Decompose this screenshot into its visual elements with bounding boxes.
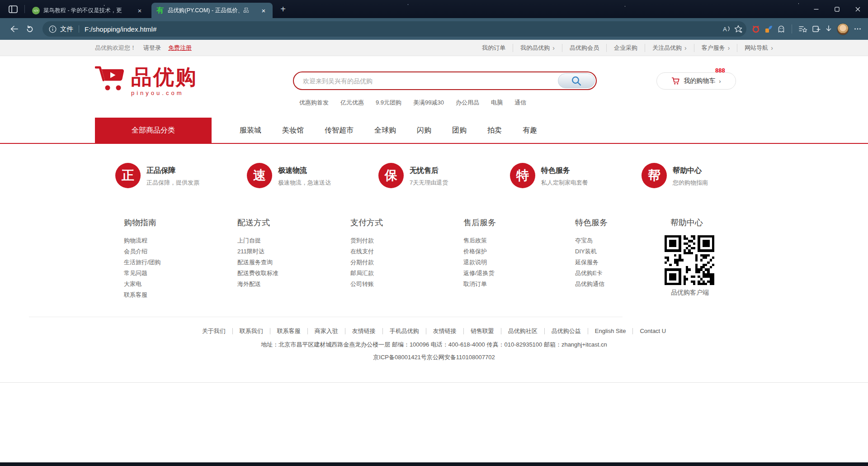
footer-link[interactable]: 联系客服 [124,290,237,300]
footer-link[interactable]: 延保服务 [575,257,665,268]
footer-bottom-link[interactable]: 手机品优购 [383,328,426,334]
footer-link[interactable]: 售后政策 [463,235,575,246]
footer-bottom-link[interactable]: 品优购社区 [501,328,545,334]
footer-bottom-link[interactable]: 友情链接 [426,328,464,334]
tab-close-icon[interactable]: × [135,6,144,15]
tab-pinyougou-active[interactable]: 有 品优购(PY.COM) - 正品低价、品 × [151,3,273,18]
footer-link[interactable]: 211限时达 [237,246,350,257]
hot-link[interactable]: 亿元优惠 [340,99,364,107]
footer-link[interactable]: 取消订单 [463,279,575,290]
search-input[interactable] [302,77,558,85]
extension-translate-icon[interactable] [764,25,773,33]
footer-link[interactable]: 在线支付 [350,246,463,257]
collections-icon[interactable] [812,25,821,33]
welcome-text: 品优购欢迎您！ [95,44,136,52]
search-button[interactable] [558,73,595,88]
nav-item-fun[interactable]: 有趣 [523,126,537,135]
close-window-button[interactable] [847,0,868,18]
topnav-customer-service[interactable]: 客户服务 [694,44,738,52]
footer-link[interactable]: 货到付款 [350,235,463,246]
all-categories-button[interactable]: 全部商品分类 [95,118,212,143]
footer-link[interactable]: 会员介绍 [124,246,237,257]
site-utility-bar: 品优购欢迎您！ 请登录 免费注册 我的订单 我的品优购 品优购会员 企业采购 关… [0,40,868,56]
maximize-button[interactable] [826,0,847,18]
footer-link[interactable]: 公司转账 [350,279,463,290]
tab-runoob[interactable]: </> 菜鸟教程 - 学的不仅是技术，更 × [28,3,149,18]
topnav-member[interactable]: 品优购会员 [562,44,607,52]
footer-link[interactable]: 品优购通信 [575,279,665,290]
service-item: 保 无忧售后 7天无理由退货 [378,163,510,188]
favorites-bar-icon[interactable] [798,25,807,33]
chevron-down-icon [682,44,687,52]
nav-item-global[interactable]: 全球购 [374,126,396,135]
page-info-icon[interactable] [49,25,57,33]
nav-item-auction[interactable]: 拍卖 [487,126,502,135]
footer-link[interactable]: DIY装机 [575,246,665,257]
footer-link[interactable]: 夺宝岛 [575,235,665,246]
footer-link[interactable]: 品优购E卡 [575,268,665,279]
browser-toolbar: 文件 F:/shopping/index.html# A [0,18,868,40]
nav-item-supermarket[interactable]: 传智超市 [325,126,354,135]
footer-link[interactable]: 生活旅行/团购 [124,257,237,268]
runoob-favicon-icon: </> [32,7,40,14]
footer-divider [29,317,623,317]
nav-item-beauty[interactable]: 美妆馆 [282,126,304,135]
hot-link[interactable]: 电脑 [491,99,503,107]
hot-link[interactable]: 优惠购首发 [299,99,329,107]
footer-bottom-link[interactable]: 商家入驻 [308,328,345,334]
footer-link[interactable]: 邮局汇款 [350,268,463,279]
login-link[interactable]: 请登录 [143,44,161,52]
footer-bottom-link[interactable]: 联系我们 [233,328,270,334]
site-logo[interactable]: 品优购 pinyou.com [95,64,198,96]
settings-more-icon[interactable] [854,25,862,33]
hot-link[interactable]: 9.9元团购 [376,99,401,107]
topnav-my-orders[interactable]: 我的订单 [475,44,513,52]
register-link[interactable]: 免费注册 [168,44,192,52]
url-text[interactable]: F:/shopping/index.html# [85,25,156,33]
footer-link[interactable]: 退款说明 [463,257,575,268]
read-aloud-icon[interactable]: A [722,25,731,33]
add-favorite-star-icon[interactable] [734,25,743,33]
footer-bottom-link[interactable]: 品优购公益 [545,328,588,334]
footer-link[interactable]: 返修/退换货 [463,268,575,279]
footer-link[interactable]: 上门自提 [237,235,350,246]
extension-monkey-icon[interactable] [777,25,785,33]
footer-bottom-link[interactable]: 关于我们 [195,328,233,334]
hot-link[interactable]: 美满99减30 [413,99,444,107]
footer-column-special-services: 特色服务 夺宝岛 DIY装机 延保服务 品优购E卡 品优购通信 [575,217,665,300]
footer-bottom-link[interactable]: Contact U [633,328,673,334]
refresh-button[interactable] [22,21,37,37]
back-button[interactable] [6,21,22,37]
cart-button[interactable]: 我的购物车 › [656,72,736,90]
footer-link[interactable]: 价格保护 [463,246,575,257]
footer-bottom-link[interactable]: 销售联盟 [464,328,501,334]
minimize-button[interactable] [806,0,826,18]
footer-link[interactable]: 海外配送 [237,279,350,290]
topnav-enterprise[interactable]: 企业采购 [607,44,645,52]
new-tab-button[interactable]: + [276,2,290,16]
topnav-site-map[interactable]: 网站导航 [737,44,773,52]
extension-red-ring-icon[interactable] [752,25,760,33]
address-bar[interactable]: 文件 F:/shopping/index.html# A [42,21,746,37]
topnav-follow[interactable]: 关注品优购 [645,44,694,52]
downloads-icon[interactable] [825,25,832,33]
tab-close-icon[interactable]: × [259,6,268,15]
footer-bottom-link[interactable]: 友情链接 [345,328,383,334]
footer-link[interactable]: 购物流程 [124,235,237,246]
footer-bottom-link[interactable]: 联系客服 [270,328,308,334]
hot-link[interactable]: 通信 [514,99,526,107]
footer-bottom-link[interactable]: English Site [588,328,633,334]
footer-link[interactable]: 配送服务查询 [237,257,350,268]
footer-link[interactable]: 大家电 [124,279,237,290]
footer-link[interactable]: 分期付款 [350,257,463,268]
profile-avatar[interactable] [837,23,849,35]
tab-workspaces-button[interactable] [6,3,20,15]
nav-item-group-buy[interactable]: 团购 [452,126,467,135]
footer-link[interactable]: 配送费收取标准 [237,268,350,279]
logo-domain: pinyou.com [131,90,198,96]
footer-link[interactable]: 常见问题 [124,268,237,279]
topnav-my-pinyougou[interactable]: 我的品优购 [513,44,562,52]
nav-item-flash-sale[interactable]: 闪购 [417,126,431,135]
nav-item-clothing[interactable]: 服装城 [240,126,261,135]
hot-link[interactable]: 办公用品 [456,99,479,107]
